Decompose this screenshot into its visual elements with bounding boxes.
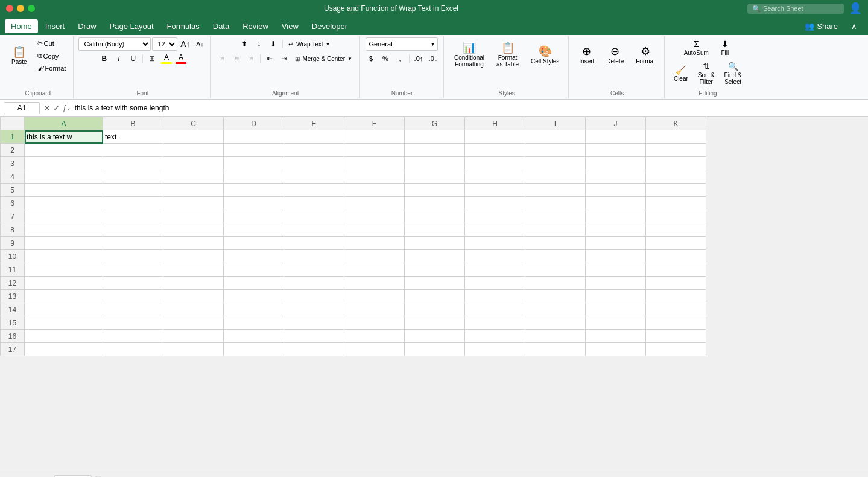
copy-button[interactable]: ⧉ Copy [34, 50, 70, 62]
cell-e16[interactable] [284, 330, 344, 343]
cell-c10[interactable] [163, 250, 224, 263]
cell-k5[interactable] [646, 184, 706, 197]
border-button[interactable]: ⊞ [145, 52, 159, 65]
menu-draw[interactable]: Draw [72, 19, 102, 33]
cell-c4[interactable] [163, 170, 224, 184]
cell-h14[interactable] [465, 303, 525, 316]
cell-d4[interactable] [224, 170, 284, 184]
cell-b1[interactable]: text [103, 130, 163, 144]
bold-button[interactable]: B [98, 52, 111, 65]
cell-reference-input[interactable] [4, 102, 40, 114]
cell-k13[interactable] [646, 290, 706, 303]
cell-h15[interactable] [465, 316, 525, 330]
align-left-button[interactable]: ≡ [215, 52, 229, 65]
cell-h3[interactable] [465, 157, 525, 170]
cell-a11[interactable] [25, 263, 103, 277]
italic-button[interactable]: I [112, 52, 125, 65]
col-header-i[interactable]: I [525, 117, 586, 130]
cell-d17[interactable] [224, 343, 284, 356]
ribbon-collapse-button[interactable]: ∧ [845, 19, 863, 33]
cell-e8[interactable] [284, 223, 344, 237]
cell-d16[interactable] [224, 330, 284, 343]
cell-j5[interactable] [586, 184, 646, 197]
cell-a8[interactable] [25, 223, 103, 237]
cell-c16[interactable] [163, 330, 224, 343]
cell-c9[interactable] [163, 237, 224, 250]
wrap-text-button[interactable]: ↵ Wrap Text ▼ [285, 39, 334, 50]
cell-j1[interactable] [586, 130, 646, 144]
cell-g2[interactable] [405, 144, 465, 157]
format-as-table-button[interactable]: 📋 Formatas Table [491, 37, 524, 72]
cell-c8[interactable] [163, 223, 224, 237]
cell-a14[interactable] [25, 303, 103, 316]
cell-j12[interactable] [586, 277, 646, 290]
cell-a1[interactable]: this is a text w [25, 130, 103, 144]
cell-i8[interactable] [525, 223, 586, 237]
cell-k8[interactable] [646, 223, 706, 237]
cell-j4[interactable] [586, 170, 646, 184]
cell-j17[interactable] [586, 343, 646, 356]
cell-k17[interactable] [646, 343, 706, 356]
cell-e13[interactable] [284, 290, 344, 303]
cell-f7[interactable] [344, 210, 405, 223]
cell-j2[interactable] [586, 144, 646, 157]
cell-g3[interactable] [405, 157, 465, 170]
maximize-button[interactable] [28, 5, 35, 12]
cell-d6[interactable] [224, 197, 284, 210]
cell-i3[interactable] [525, 157, 586, 170]
cell-d8[interactable] [224, 223, 284, 237]
cell-j8[interactable] [586, 223, 646, 237]
cell-k4[interactable] [646, 170, 706, 184]
col-header-a[interactable]: A [25, 117, 103, 130]
cell-a3[interactable] [25, 157, 103, 170]
cell-c17[interactable] [163, 343, 224, 356]
cell-i9[interactable] [525, 237, 586, 250]
menu-home[interactable]: Home [5, 19, 38, 33]
underline-button[interactable]: U [127, 52, 140, 65]
cell-f2[interactable] [344, 144, 405, 157]
cell-j7[interactable] [586, 210, 646, 223]
cell-k14[interactable] [646, 303, 706, 316]
cell-k6[interactable] [646, 197, 706, 210]
cell-f16[interactable] [344, 330, 405, 343]
cell-f15[interactable] [344, 316, 405, 330]
cell-k11[interactable] [646, 263, 706, 277]
col-header-f[interactable]: F [344, 117, 405, 130]
increase-indent-button[interactable]: ⇥ [277, 52, 291, 65]
conditional-formatting-button[interactable]: 📊 ConditionalFormatting [449, 37, 490, 72]
cell-i2[interactable] [525, 144, 586, 157]
cell-f1[interactable] [344, 130, 405, 144]
fill-color-button[interactable]: A [160, 53, 173, 64]
align-middle-button[interactable]: ↕ [252, 37, 265, 51]
col-header-b[interactable]: B [103, 117, 163, 130]
cell-g6[interactable] [405, 197, 465, 210]
cell-f5[interactable] [344, 184, 405, 197]
currency-button[interactable]: $ [364, 52, 378, 65]
menu-data[interactable]: Data [207, 19, 235, 33]
cell-h8[interactable] [465, 223, 525, 237]
cell-g10[interactable] [405, 250, 465, 263]
cell-i7[interactable] [525, 210, 586, 223]
cell-a12[interactable] [25, 277, 103, 290]
cell-k16[interactable] [646, 330, 706, 343]
cell-g13[interactable] [405, 290, 465, 303]
cell-k15[interactable] [646, 316, 706, 330]
cell-g15[interactable] [405, 316, 465, 330]
share-button[interactable]: 👥 Share [799, 19, 844, 33]
cell-d2[interactable] [224, 144, 284, 157]
cell-i17[interactable] [525, 343, 586, 356]
cell-e4[interactable] [284, 170, 344, 184]
cell-h5[interactable] [465, 184, 525, 197]
cell-e7[interactable] [284, 210, 344, 223]
cell-d11[interactable] [224, 263, 284, 277]
cell-g5[interactable] [405, 184, 465, 197]
cell-g16[interactable] [405, 330, 465, 343]
cell-b6[interactable] [103, 197, 163, 210]
cell-f4[interactable] [344, 170, 405, 184]
cell-i1[interactable] [525, 130, 586, 144]
menu-developer[interactable]: Developer [306, 19, 353, 33]
cell-a9[interactable] [25, 237, 103, 250]
cell-h13[interactable] [465, 290, 525, 303]
paste-button[interactable]: 📋 Paste [6, 38, 33, 73]
cell-h16[interactable] [465, 330, 525, 343]
